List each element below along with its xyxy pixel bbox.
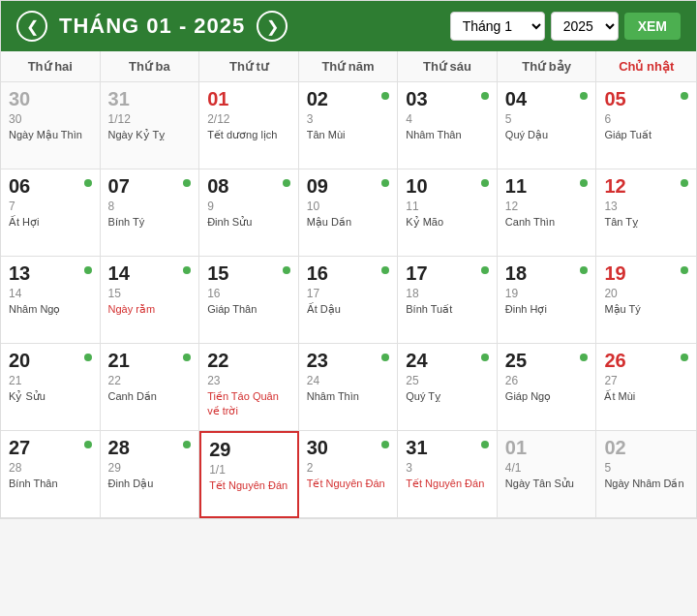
cal-cell-24[interactable]: 2324Nhâm Thìn [299,344,399,431]
cal-cell-14[interactable]: 1314Nhâm Ngọ [1,257,101,344]
day-header-5: Thứ bảy [498,51,597,81]
cal-cell-26[interactable]: 2526Giáp Ngọ [498,344,597,431]
lunar-name-6: Giáp Tuất [604,128,688,142]
cell-top-15: 14 [108,262,192,284]
lunar-dot-4 [481,92,489,100]
lunar-info-24: 24Nhâm Thìn [307,373,390,404]
lunar-info-11: 11Kỷ Mão [406,199,489,230]
lunar-info-9: 9Đinh Sửu [207,199,290,230]
month-select[interactable]: Tháng 1Tháng 2Tháng 3Tháng 4Tháng 5Tháng… [450,12,545,41]
cal-cell-15[interactable]: 1415Ngày rằm [101,257,200,344]
next-month-button[interactable]: ❯ [257,11,288,42]
lunar-day-8: 8 [108,199,192,215]
year-select[interactable]: 2020202120222023202420252026202720282029… [551,12,619,41]
lunar-day-3: 3 [307,111,390,128]
view-button[interactable]: XEM [624,13,681,40]
lunar-day-9: 9 [207,199,290,215]
cell-top-20: 19 [604,262,688,284]
lunar-name-34: Ngày Nhâm Dần [604,477,688,491]
cal-cell-28[interactable]: 2728Bính Thân [1,431,101,518]
lunar-day-29: 29 [108,460,192,477]
cal-cell-27[interactable]: 2627Ất Mùi [596,344,696,431]
cal-cell-34[interactable]: 025Ngày Nhâm Dần [596,431,696,518]
greg-day-21: 20 [9,350,30,371]
cal-cell-22[interactable]: 2122Canh Dần [101,344,200,431]
cell-top-25: 24 [406,350,489,371]
cell-top-29: 28 [108,437,192,458]
lunar-info-2: 2/12Tết dương lịch [207,111,290,142]
lunar-dot-9 [283,179,290,187]
lunar-day-28: 28 [9,460,92,477]
lunar-info-15: 15Ngày rằm [108,286,192,317]
cal-cell-21[interactable]: 2021Kỷ Sửu [1,344,101,431]
lunar-dot-7 [84,179,92,187]
cal-cell-25[interactable]: 2425Quý Tỵ [398,344,498,431]
lunar-name-31: Tết Nguyên Đán [307,477,390,491]
cal-cell-29[interactable]: 2829Đinh Dậu [101,431,200,518]
cal-cell-10[interactable]: 0910Mậu Dần [299,169,399,257]
lunar-info-18: 18Bính Tuất [406,286,489,317]
lunar-dot-3 [381,92,389,100]
greg-day-17: 16 [307,262,328,284]
lunar-name-28: Bính Thân [9,477,92,491]
cal-cell-33[interactable]: 014/1Ngày Tân Sửu [498,431,597,518]
lunar-name-13: Tân Tỵ [604,215,688,230]
cal-cell-4[interactable]: 034Nhâm Thân [398,82,498,169]
cal-cell-16[interactable]: 1516Giáp Thân [199,257,299,344]
greg-day-34: 02 [604,437,625,458]
cal-cell-5[interactable]: 045Quý Dậu [498,82,597,169]
lunar-dot-14 [84,266,92,274]
cal-cell-9[interactable]: 089Đinh Sửu [199,169,299,257]
greg-day-9: 08 [207,175,228,197]
lunar-day-23: 23 [207,373,290,389]
lunar-info-16: 16Giáp Thân [207,286,290,317]
greg-day-31: 30 [307,437,328,458]
cal-cell-31[interactable]: 302Tết Nguyên Đán [299,431,399,518]
prev-month-button[interactable]: ❮ [16,11,47,42]
cal-cell-12[interactable]: 1112Canh Thìn [498,169,597,257]
greg-day-18: 17 [406,262,427,284]
day-header-6: Chủ nhật [596,51,696,81]
greg-day-30: 29 [209,439,230,460]
lunar-info-8: 8Bính Tý [108,199,192,230]
cal-cell-32[interactable]: 313Tết Nguyên Đán [398,431,498,518]
day-header-3: Thứ năm [299,51,399,81]
lunar-name-18: Bính Tuất [406,302,489,317]
cell-top-13: 12 [604,175,688,197]
lunar-name-27: Ất Mùi [604,389,688,404]
cal-cell-17[interactable]: 1617Ất Dậu [299,257,399,344]
cal-cell-11[interactable]: 1011Kỷ Mão [398,169,498,257]
cal-cell-3[interactable]: 023Tân Mùi [299,82,399,169]
cal-cell-6[interactable]: 056Giáp Tuất [596,82,696,169]
cal-cell-18[interactable]: 1718Bính Tuất [398,257,498,344]
cal-cell-2[interactable]: 012/12Tết dương lịch [199,82,299,169]
cal-cell-8[interactable]: 078Bính Tý [101,169,200,257]
lunar-name-30: Tết Nguyên Đán [209,478,289,493]
lunar-name-26: Giáp Ngọ [505,389,589,404]
cell-top-1: 31 [108,88,192,109]
header-title: THÁNG 01 - 2025 [59,14,245,39]
cal-cell-23[interactable]: 2223Tiền Táo Quân về trời [199,344,299,431]
cal-cell-1[interactable]: 311/12Ngày Kỷ Tỵ [101,82,200,169]
lunar-dot-10 [381,179,389,187]
cal-cell-7[interactable]: 067Ất Hợi [1,169,101,257]
greg-day-3: 02 [307,88,328,109]
lunar-name-24: Nhâm Thìn [307,389,390,404]
cal-cell-30[interactable]: 291/1Tết Nguyên Đán [199,431,299,518]
calendar-container: ❮ THÁNG 01 - 2025 ❯ Tháng 1Tháng 2Tháng … [0,0,697,519]
lunar-name-32: Tết Nguyên Đán [406,477,489,491]
greg-day-28: 27 [9,437,30,458]
lunar-dot-6 [681,92,688,100]
cal-cell-13[interactable]: 1213Tân Tỵ [596,169,696,257]
cal-cell-19[interactable]: 1819Đinh Hợi [498,257,597,344]
lunar-day-24: 24 [307,373,390,389]
greg-day-7: 06 [9,175,30,197]
cell-top-0: 30 [9,88,92,109]
lunar-info-0: 30Ngày Mậu Thìn [9,111,92,142]
greg-day-25: 24 [406,350,427,371]
day-headers: Thứ haiThứ baThứ tưThứ nămThứ sáuThứ bảy… [1,51,696,82]
greg-day-16: 15 [207,262,228,284]
cal-cell-0[interactable]: 3030Ngày Mậu Thìn [1,82,101,169]
greg-day-1: 31 [108,88,130,109]
cal-cell-20[interactable]: 1920Mậu Tý [596,257,696,344]
